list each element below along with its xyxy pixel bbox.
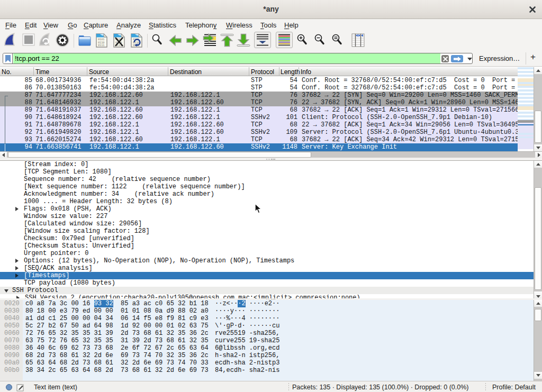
- svg-text:0111: 0111: [98, 43, 105, 47]
